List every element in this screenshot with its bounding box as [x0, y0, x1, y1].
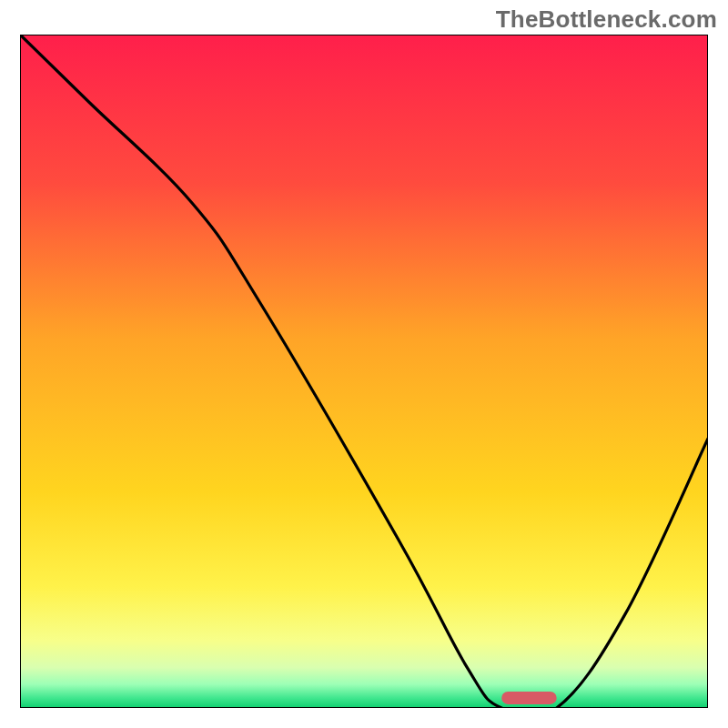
watermark-text: TheBottleneck.com [496, 5, 717, 34]
plot-area [20, 35, 708, 708]
chart-canvas: TheBottleneck.com [0, 0, 728, 728]
optimal-zone-marker [501, 692, 556, 704]
bottleneck-chart [20, 35, 708, 708]
